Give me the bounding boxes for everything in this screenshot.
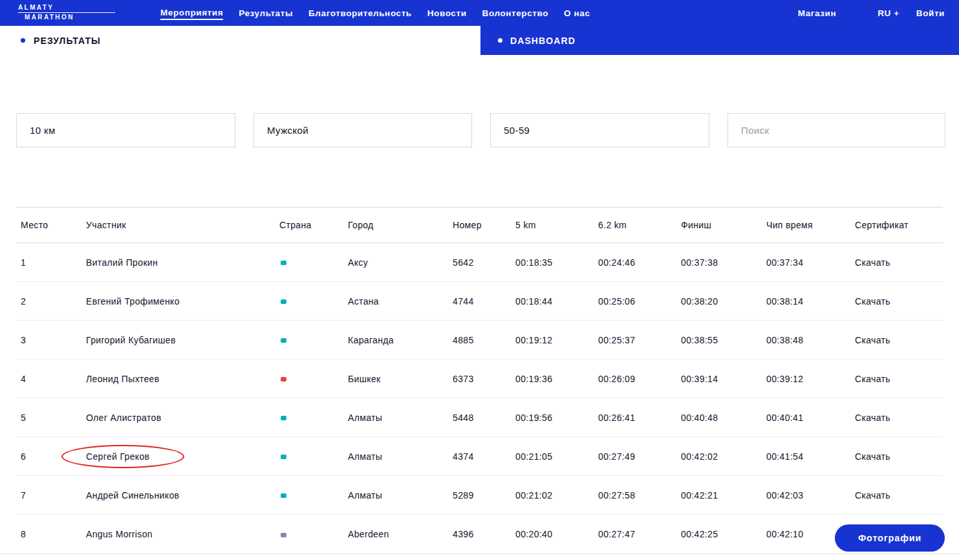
place-cell: 6 xyxy=(16,451,81,462)
participant-name: Виталий Прокин xyxy=(81,257,275,268)
nav-item-3[interactable]: Благотворительность xyxy=(308,7,412,19)
country-cell xyxy=(275,490,343,501)
column-header-country: Страна xyxy=(275,220,343,230)
table-body: 1Виталий ПрокинАксу564200:18:3500:24:460… xyxy=(16,243,943,554)
table-row: 8Angus MorrisonAberdeen439600:20:4000:27… xyxy=(16,515,943,554)
column-header-city: Город xyxy=(343,220,448,230)
tab-dashboard[interactable]: DASHBOARD xyxy=(480,26,959,55)
chip-time-cell: 00:42:03 xyxy=(762,490,850,501)
city-cell: Астана xyxy=(343,296,448,307)
split-6-2k-cell: 00:25:06 xyxy=(594,296,676,307)
logo-line2: MARATHON xyxy=(18,12,115,21)
column-header-split-5k: 5 km xyxy=(511,220,594,230)
country-cell xyxy=(275,374,343,384)
dashboard-tab-dot-icon xyxy=(498,38,502,43)
country-flag-icon xyxy=(281,299,286,304)
bib-cell: 5289 xyxy=(448,490,511,501)
split-5k-cell: 00:19:36 xyxy=(511,374,594,384)
place-cell: 4 xyxy=(16,374,81,384)
column-header-participant: Участник xyxy=(81,220,275,230)
country-flag-icon xyxy=(281,338,286,343)
nav-item-4[interactable]: Новости xyxy=(427,7,467,19)
language-selector[interactable]: RU + xyxy=(878,8,900,18)
age-group-select[interactable]: 50-59 xyxy=(490,113,709,147)
nav-item-2[interactable]: Результаты xyxy=(239,7,293,19)
place-cell: 8 xyxy=(16,529,81,539)
download-link[interactable]: Скачать xyxy=(850,296,943,307)
distance-select[interactable]: 10 км xyxy=(16,113,235,147)
finish-cell: 00:40:48 xyxy=(676,413,762,423)
city-cell: Aberdeen xyxy=(343,529,448,539)
column-header-chip-time: Чип время xyxy=(762,220,850,230)
country-flag-icon xyxy=(281,261,286,265)
distance-select-value: 10 км xyxy=(30,125,56,136)
table-row: 4Леонид ПыхтеевБишкек637300:19:3600:26:0… xyxy=(16,360,943,398)
finish-cell: 00:42:02 xyxy=(676,451,762,462)
download-link[interactable]: Скачать xyxy=(850,335,943,345)
participant-name: Григорий Кубагишев xyxy=(81,335,275,345)
participant-name: Андрей Синельников xyxy=(81,490,275,501)
photos-button[interactable]: Фотографии xyxy=(835,524,945,552)
chip-time-cell: 00:41:54 xyxy=(762,451,850,462)
city-cell: Караганда xyxy=(343,335,448,345)
nav-item-6[interactable]: О нас xyxy=(564,7,590,19)
finish-cell: 00:37:38 xyxy=(676,257,762,268)
country-cell xyxy=(275,296,343,307)
country-cell xyxy=(275,335,343,345)
column-header-certificate: Сертификат xyxy=(850,220,943,230)
country-flag-icon xyxy=(281,493,286,498)
shop-link[interactable]: Магазин xyxy=(798,8,837,18)
column-header-place: Место xyxy=(16,220,81,230)
participant-name: Angus Morrison xyxy=(81,529,275,539)
download-link[interactable]: Скачать xyxy=(850,413,943,423)
table-header-row: МестоУчастникСтранаГородНомер5 km6.2 kmФ… xyxy=(16,207,943,243)
split-5k-cell: 00:21:02 xyxy=(511,490,594,501)
download-link[interactable]: Скачать xyxy=(850,451,943,462)
finish-cell: 00:38:20 xyxy=(676,296,762,307)
top-navigation: ALMATY MARATHON МероприятияРезультатыБла… xyxy=(0,0,959,26)
gender-select[interactable]: Мужской xyxy=(253,113,472,147)
logo[interactable]: ALMATY MARATHON xyxy=(18,4,115,21)
age-group-select-value: 50-59 xyxy=(504,125,530,136)
download-link[interactable]: Скачать xyxy=(850,257,943,268)
split-5k-cell: 00:20:40 xyxy=(511,529,594,539)
column-header-split-6-2k: 6.2 km xyxy=(594,220,676,230)
nav-item-5[interactable]: Волонтерство xyxy=(482,7,549,19)
city-cell: Алматы xyxy=(343,451,448,462)
tab-bar: РЕЗУЛЬТАТЫ DASHBOARD xyxy=(0,26,959,55)
participant-name: Евгений Трофименко xyxy=(81,296,275,307)
city-cell: Бишкек xyxy=(343,374,448,384)
split-5k-cell: 00:21:05 xyxy=(511,451,594,462)
table-row: 7Андрей СинельниковАлматы528900:21:0200:… xyxy=(16,476,943,515)
logo-line1: ALMATY xyxy=(18,4,115,12)
tab-results[interactable]: РЕЗУЛЬТАТЫ xyxy=(0,26,480,55)
bib-cell: 4744 xyxy=(448,296,511,307)
country-flag-icon xyxy=(281,416,286,420)
chip-time-cell: 00:38:14 xyxy=(762,296,850,307)
place-cell: 2 xyxy=(16,296,81,307)
dashboard-tab-label: DASHBOARD xyxy=(510,36,576,46)
country-flag-icon xyxy=(281,377,286,382)
download-link[interactable]: Скачать xyxy=(850,490,943,501)
nav-item-1[interactable]: Мероприятия xyxy=(160,6,223,20)
place-cell: 7 xyxy=(16,490,81,501)
gender-select-value: Мужской xyxy=(267,125,308,136)
city-cell: Аксу xyxy=(343,257,448,268)
country-cell xyxy=(275,451,343,462)
results-tab-label: РЕЗУЛЬТАТЫ xyxy=(34,36,101,46)
country-cell xyxy=(275,413,343,423)
bib-cell: 4396 xyxy=(448,529,511,539)
split-6-2k-cell: 00:24:46 xyxy=(594,257,676,268)
split-6-2k-cell: 00:26:41 xyxy=(594,413,676,423)
finish-cell: 00:38:55 xyxy=(676,335,762,345)
country-flag-icon xyxy=(281,533,286,537)
results-tab-dot-icon xyxy=(21,38,25,43)
table-row: 2Евгений ТрофименкоАстана474400:18:4400:… xyxy=(16,282,943,321)
place-cell: 5 xyxy=(16,413,81,423)
bib-cell: 4374 xyxy=(448,451,511,462)
login-link[interactable]: Войти xyxy=(916,8,945,18)
finish-cell: 00:39:14 xyxy=(676,374,762,384)
download-link[interactable]: Скачать xyxy=(850,374,943,384)
search-input[interactable] xyxy=(727,113,945,147)
city-cell: Алматы xyxy=(343,413,448,423)
